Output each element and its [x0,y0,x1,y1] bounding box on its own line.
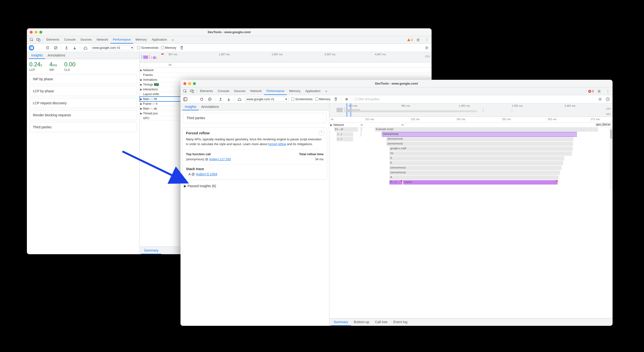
page-select[interactable]: www.google.com #1 ▾ [91,45,135,50]
detail-ruler[interactable]: ns 221 ms 231 ms 241 ms 251 ms 261 ms 27… [329,117,612,123]
titlebar[interactable]: DevTools - www.google.com/ [27,28,432,36]
forced-reflow-link[interactable]: forced reflow [268,142,286,146]
passed-insights-toggle[interactable]: ▶ Passed insights (6) [180,182,329,190]
flame-A[interactable]: A [389,175,559,180]
tab-summary[interactable]: Summary [141,247,161,254]
overview-ruler[interactable]: 997 ms 1,997 ms 2,997 ms 3,997 ms 4,997 … [140,52,432,63]
flame-layout[interactable]: Layout [403,180,558,185]
tab-memory[interactable]: Memory [133,36,149,44]
flame-maft[interactable]: google.c.maft [389,147,573,151]
flame-anonymous[interactable]: (anonymous) [382,132,576,137]
tab-memory[interactable]: Memory [287,88,303,95]
tab-call-tree[interactable]: Call tree [372,318,390,326]
tab-insights[interactable]: Insights [29,52,45,59]
gear-icon[interactable] [597,96,603,102]
vital-inp[interactable]: 4ms INP [50,61,57,72]
flame-anonymous[interactable]: (anonymous) [389,166,562,170]
upload-icon[interactable] [218,96,224,102]
scrollbar[interactable] [610,127,612,190]
flame-anonymous[interactable]: (anonymous) [386,142,573,146]
download-icon[interactable] [226,96,232,102]
device-icon[interactable] [35,36,42,44]
tab-elements[interactable]: Elements [198,88,215,95]
clear-icon[interactable] [207,96,213,102]
tab-network[interactable]: Network [94,36,111,44]
tab-bottom-up[interactable]: Bottom-up [351,318,372,326]
flame-E[interactable]: E [389,161,563,165]
source-link[interactable]: (index):5:1054 [196,172,218,176]
inspect-icon[interactable] [28,36,35,44]
error-badge[interactable]: 2 [588,89,594,93]
source-link[interactable]: (index):117:335 [209,157,231,161]
home-icon[interactable] [237,96,242,102]
download-icon[interactable] [72,45,78,51]
insight-card[interactable]: Third parties [29,122,137,132]
device-icon[interactable] [189,88,196,95]
flame-evaluate-script[interactable]: Ev…pt [334,127,358,132]
collapse-icon[interactable]: ⌃ [319,130,324,136]
tab-sources[interactable]: Sources [78,36,94,44]
reload-icon[interactable] [45,45,50,51]
shortcuts-icon[interactable] [344,96,350,102]
flame-anonymous[interactable]: (anonymous) [386,137,574,141]
memory-checkbox[interactable]: Memory [315,97,330,101]
overview-ruler[interactable]: 491 ms 991 ms 1,491 ms 1,991 ms 2,491 ms… [329,103,612,117]
tab-performance[interactable]: Performance [110,36,133,44]
tab-insights[interactable]: Insights [182,103,199,110]
insight-card[interactable]: LCP by phase [29,86,137,96]
page-select[interactable]: www.google.com #1 ▾ [245,97,289,102]
tab-annotations[interactable]: Annotations [199,103,221,110]
flame-chart[interactable]: Ev…pt Evaluate script (…) (anonymous) (…… [329,127,612,190]
memory-checkbox[interactable]: Memory [161,46,176,50]
flame-segment[interactable]: (…) [336,137,353,141]
home-icon[interactable] [82,45,88,51]
toggle-sidebar-button[interactable] [29,45,34,51]
reload-icon[interactable] [199,96,204,102]
screenshots-checkbox[interactable]: Screenshots [137,46,158,50]
net-item[interactable]: gen_204 (w [596,123,611,126]
insight-card[interactable]: Render blocking requests [29,110,137,120]
track-network[interactable]: ▶ Network gen_204 (w [329,123,612,127]
flame-ha[interactable]: ha [389,151,572,156]
tab-elements[interactable]: Elements [44,36,62,44]
tab-event-log[interactable]: Event log [390,318,410,326]
tab-performance[interactable]: Performance [264,88,286,95]
tab-console[interactable]: Console [215,88,232,95]
vital-lcp[interactable]: 0.24s LCP [29,61,42,72]
clear-icon[interactable] [53,45,58,51]
tab-application[interactable]: Application [303,88,323,95]
gear-icon[interactable] [424,45,430,51]
trash-icon[interactable] [333,96,339,102]
tab-annotations[interactable]: Annotations [45,52,68,59]
track-frames[interactable]: Frames [140,73,432,77]
kebab-icon[interactable]: ⋮ [424,38,430,42]
insight-card[interactable]: LCP request discovery [29,98,137,108]
record-button[interactable] [36,45,42,51]
dim-3rd-parties-checkbox[interactable]: Dim 3rd parties [354,97,380,101]
track-network[interactable]: ▶Network [140,68,432,73]
flame-recalc[interactable]: R…e [389,180,402,185]
trash-icon[interactable] [179,45,184,51]
tab-console[interactable]: Console [62,36,78,44]
detail-ruler[interactable]: 99 [140,63,432,68]
kebab-icon[interactable]: ⋮ [604,89,611,93]
screenshots-checkbox[interactable]: Screenshots [291,97,312,101]
help-icon[interactable]: ? [605,96,611,102]
warning-badge[interactable]: 1 [407,38,413,42]
inspect-icon[interactable] [182,88,189,95]
tab-summary[interactable]: Summary [331,318,351,326]
insight-card-third-parties[interactable]: Third parties [183,113,327,123]
toggle-sidebar-button[interactable] [182,96,188,102]
more-tabs-icon[interactable]: » [169,36,176,44]
record-button[interactable] [190,96,196,102]
titlebar[interactable]: DevTools - www.google.com/ [180,80,612,88]
flame-segment[interactable]: (…) [336,132,353,137]
gear-icon[interactable] [596,89,602,93]
tab-application[interactable]: Application [149,36,170,44]
tab-sources[interactable]: Sources [232,88,248,95]
more-tabs-icon[interactable]: » [323,88,330,95]
insight-card[interactable]: INP by phase [29,74,137,84]
gear-icon[interactable] [415,38,422,42]
tab-network[interactable]: Network [248,88,264,95]
upload-icon[interactable] [64,45,69,51]
